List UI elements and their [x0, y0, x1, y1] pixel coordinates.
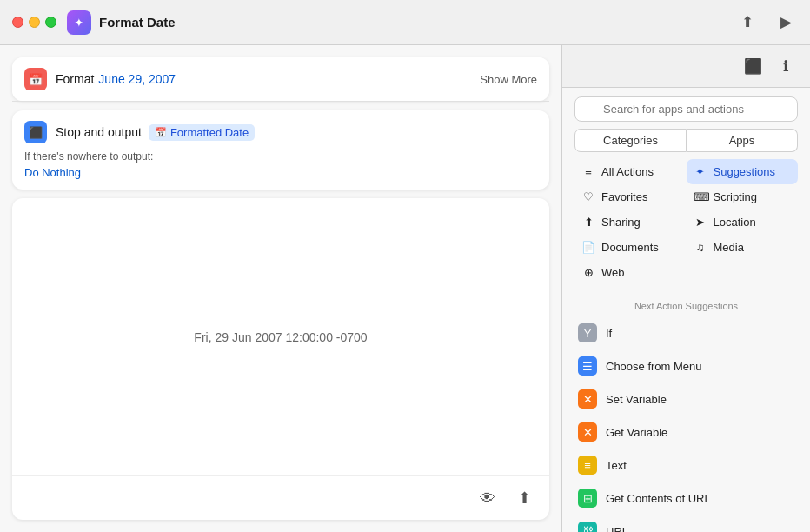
library-button[interactable]: ⬛ — [740, 54, 765, 78]
suggestion-choose-from-menu-label: Choose from Menu — [606, 360, 702, 373]
cat-favorites-label: Favorites — [601, 190, 647, 203]
stop-label: Stop and output — [56, 125, 142, 139]
cat-all-actions[interactable]: ≡ All Actions — [574, 159, 687, 184]
suggestion-set-variable-label: Set Variable — [606, 393, 667, 406]
tab-apps[interactable]: Apps — [687, 129, 798, 152]
suggestion-set-variable[interactable]: ✕ Set Variable — [569, 382, 803, 416]
search-wrapper: 🔍 — [574, 96, 798, 122]
fullscreen-button[interactable] — [45, 17, 56, 28]
chip-text: Formatted Date — [170, 126, 249, 139]
info-button[interactable]: ℹ — [773, 54, 798, 78]
stop-action-header: ⬛ Stop and output 📅 Formatted Date — [24, 121, 537, 143]
cat-suggestions[interactable]: ✦ Suggestions — [687, 159, 799, 184]
scripting-icon: ⌨ — [694, 190, 707, 203]
text-icon: ≡ — [578, 456, 597, 475]
tab-categories[interactable]: Categories — [574, 129, 687, 152]
suggestion-get-variable-label: Get Variable — [606, 426, 667, 439]
run-button[interactable]: ▶ — [773, 10, 798, 35]
cat-scripting-label: Scripting — [714, 190, 758, 203]
suggestion-choose-from-menu[interactable]: ☰ Choose from Menu — [569, 349, 803, 382]
location-icon: ➤ — [694, 216, 707, 229]
formatted-date-chip[interactable]: 📅 Formatted Date — [149, 124, 255, 141]
suggestion-url[interactable]: ⛓ URL — [569, 515, 803, 532]
cat-location[interactable]: ➤ Location — [687, 209, 799, 235]
preview-button[interactable]: 👁 — [475, 485, 501, 511]
stop-action-card: ⬛ Stop and output 📅 Formatted Date If th… — [12, 110, 549, 190]
divider — [12, 101, 549, 102]
cat-location-label: Location — [714, 216, 756, 229]
url-icon: ⛓ — [578, 522, 597, 532]
suggestion-url-label: URL — [606, 525, 628, 533]
output-preview-area: Fri, 29 Jun 2007 12:00:00 -0700 👁 ⬆ — [12, 198, 549, 520]
titlebar-actions: ⬆ ▶ — [735, 10, 798, 35]
left-panel: 📅 Format June 29, 2007 Show More ⬛ Stop … — [0, 45, 562, 532]
search-area: 🔍 — [562, 88, 810, 129]
output-content: Fri, 29 Jun 2007 12:00:00 -0700 — [12, 198, 549, 475]
do-nothing-button[interactable]: Do Nothing — [24, 166, 537, 179]
suggestion-get-variable[interactable]: ✕ Get Variable — [569, 416, 803, 449]
tab-row: Categories Apps — [562, 129, 810, 159]
suggestion-text[interactable]: ≡ Text — [569, 449, 803, 482]
categories-grid: ≡ All Actions ✦ Suggestions ♡ Favorites … — [562, 159, 810, 294]
cat-web-label: Web — [601, 266, 625, 279]
suggestion-text-label: Text — [606, 459, 627, 472]
if-nowhere-label: If there's nowhere to output: — [24, 150, 537, 163]
suggestion-get-contents-url[interactable]: ⊞ Get Contents of URL — [569, 482, 803, 515]
get-variable-icon: ✕ — [578, 422, 597, 442]
format-date-value[interactable]: June 29, 2007 — [98, 72, 176, 86]
minimize-button[interactable] — [29, 17, 40, 28]
cat-web[interactable]: ⊕ Web — [574, 260, 687, 285]
traffic-lights — [12, 17, 56, 28]
cat-documents-label: Documents — [601, 241, 659, 254]
search-input[interactable] — [574, 96, 798, 122]
suggestion-if-label: If — [606, 327, 612, 340]
titlebar: ✦ Format Date ⬆ ▶ — [0, 0, 810, 45]
web-icon: ⊕ — [581, 266, 595, 279]
set-variable-icon: ✕ — [578, 389, 597, 409]
chip-calendar-icon: 📅 — [155, 127, 167, 138]
suggestions-list: Y If ☰ Choose from Menu ✕ Set Variable ✕… — [562, 316, 810, 532]
if-icon: Y — [578, 323, 597, 342]
cat-media[interactable]: ♫ Media — [687, 235, 799, 260]
stop-output-icon: ⬛ — [24, 121, 47, 143]
suggestion-get-contents-url-label: Get Contents of URL — [606, 492, 711, 505]
cat-suggestions-label: Suggestions — [714, 165, 776, 178]
right-panel: ⬛ ℹ 🔍 Categories Apps ≡ All Actions ✦ Su… — [562, 45, 810, 532]
cat-documents[interactable]: 📄 Documents — [574, 235, 687, 260]
output-text: Fri, 29 Jun 2007 12:00:00 -0700 — [194, 330, 367, 344]
cat-scripting[interactable]: ⌨ Scripting — [687, 184, 799, 209]
favorites-icon: ♡ — [581, 190, 595, 203]
close-button[interactable] — [12, 17, 23, 28]
format-action-header: 📅 Format June 29, 2007 Show More — [12, 57, 549, 101]
media-icon: ♫ — [694, 241, 707, 254]
cat-all-actions-label: All Actions — [601, 165, 654, 178]
choose-menu-icon: ☰ — [578, 356, 597, 376]
suggestions-icon: ✦ — [694, 165, 707, 178]
output-footer: 👁 ⬆ — [12, 475, 549, 520]
next-action-label: Next Action Suggestions — [562, 294, 810, 316]
cat-sharing[interactable]: ⬆ Sharing — [574, 209, 687, 235]
cat-media-label: Media — [714, 241, 744, 254]
cat-favorites[interactable]: ♡ Favorites — [574, 184, 687, 209]
format-action-card: 📅 Format June 29, 2007 Show More — [12, 57, 549, 101]
documents-icon: 📄 — [581, 241, 595, 254]
sharing-icon: ⬆ — [581, 216, 595, 229]
output-share-button[interactable]: ⬆ — [511, 485, 537, 511]
all-actions-icon: ≡ — [581, 165, 595, 178]
app-icon: ✦ — [67, 10, 91, 35]
share-button[interactable]: ⬆ — [735, 10, 760, 35]
window-title: Format Date — [99, 15, 735, 30]
format-date-icon: 📅 — [24, 68, 47, 90]
get-contents-url-icon: ⊞ — [578, 489, 597, 508]
suggestion-if[interactable]: Y If — [569, 316, 803, 349]
main-layout: 📅 Format June 29, 2007 Show More ⬛ Stop … — [0, 45, 810, 532]
right-top-bar: ⬛ ℹ — [562, 45, 810, 88]
cat-sharing-label: Sharing — [601, 216, 641, 229]
format-label: Format — [56, 72, 94, 86]
show-more-button[interactable]: Show More — [480, 73, 537, 86]
